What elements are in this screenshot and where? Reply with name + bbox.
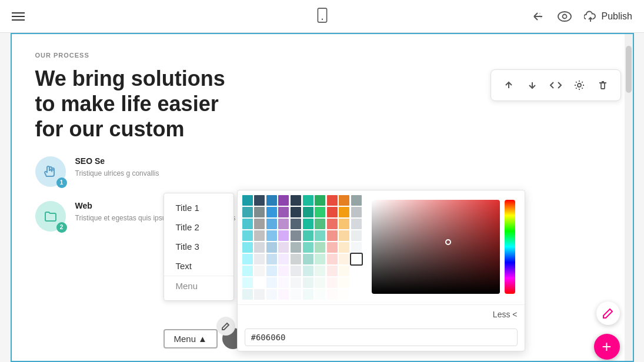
- edit-pencil-overlay[interactable]: [216, 317, 235, 336]
- dropdown-title1[interactable]: Title 1: [164, 198, 233, 217]
- color-swatch[interactable]: [303, 277, 313, 288]
- color-swatch[interactable]: [266, 266, 277, 276]
- color-swatch[interactable]: [266, 195, 277, 206]
- color-swatch[interactable]: [291, 207, 301, 217]
- color-swatch[interactable]: [303, 254, 313, 264]
- color-swatch[interactable]: [339, 195, 349, 206]
- color-swatch[interactable]: [327, 219, 338, 229]
- gradient-picker[interactable]: [372, 200, 500, 294]
- color-swatch[interactable]: [351, 230, 362, 241]
- color-swatch[interactable]: [291, 195, 301, 206]
- color-swatch[interactable]: [254, 195, 265, 206]
- color-swatch[interactable]: [242, 266, 253, 276]
- color-swatch[interactable]: [351, 254, 362, 264]
- color-swatch[interactable]: [315, 242, 325, 253]
- color-swatch[interactable]: [266, 219, 277, 229]
- preview-button[interactable]: [557, 11, 572, 22]
- color-swatch[interactable]: [315, 254, 325, 264]
- color-swatch[interactable]: [266, 207, 277, 217]
- hex-input[interactable]: [245, 329, 518, 346]
- color-swatch[interactable]: [303, 195, 313, 206]
- color-swatch[interactable]: [278, 266, 289, 276]
- color-swatch[interactable]: [242, 219, 253, 229]
- color-swatch[interactable]: [242, 195, 253, 206]
- color-swatch[interactable]: [327, 242, 338, 253]
- publish-button[interactable]: Publish: [584, 11, 632, 22]
- color-swatch[interactable]: [315, 289, 325, 300]
- color-swatch[interactable]: [266, 254, 277, 264]
- color-swatch[interactable]: [339, 289, 349, 300]
- color-swatch[interactable]: [315, 207, 325, 217]
- mobile-device-icon[interactable]: [315, 8, 330, 25]
- color-swatch[interactable]: [242, 277, 253, 288]
- picker-handle[interactable]: [445, 239, 451, 245]
- add-float-button[interactable]: +: [594, 334, 620, 360]
- color-swatch[interactable]: [339, 230, 349, 241]
- color-swatch[interactable]: [242, 242, 253, 253]
- color-swatch[interactable]: [327, 277, 338, 288]
- color-swatch[interactable]: [291, 266, 301, 276]
- color-swatch[interactable]: [291, 219, 301, 229]
- color-swatch[interactable]: [315, 277, 325, 288]
- color-swatch[interactable]: [327, 266, 338, 276]
- color-swatch[interactable]: [291, 277, 301, 288]
- color-swatch[interactable]: [266, 242, 277, 253]
- dropdown-title2[interactable]: Title 2: [164, 217, 233, 237]
- color-swatch[interactable]: [278, 195, 289, 206]
- color-swatch[interactable]: [339, 254, 349, 264]
- color-swatch[interactable]: [278, 230, 289, 241]
- color-swatch[interactable]: [339, 266, 349, 276]
- color-swatch[interactable]: [278, 254, 289, 264]
- color-swatch[interactable]: [278, 289, 289, 300]
- color-swatch[interactable]: [291, 289, 301, 300]
- color-swatch[interactable]: [278, 277, 289, 288]
- color-swatch[interactable]: [291, 254, 301, 264]
- color-swatch[interactable]: [254, 266, 265, 276]
- color-swatch[interactable]: [278, 242, 289, 253]
- color-swatch[interactable]: [327, 254, 338, 264]
- menu-dropdown-button[interactable]: Menu ▲: [163, 329, 218, 348]
- color-swatch[interactable]: [339, 219, 349, 229]
- color-swatch[interactable]: [254, 207, 265, 217]
- color-swatch[interactable]: [339, 242, 349, 253]
- color-swatch[interactable]: [315, 230, 325, 241]
- color-swatch[interactable]: [303, 219, 313, 229]
- color-swatch[interactable]: [254, 219, 265, 229]
- color-swatch[interactable]: [315, 195, 325, 206]
- back-button[interactable]: [531, 9, 545, 24]
- scrollbar[interactable]: [625, 34, 633, 361]
- less-button[interactable]: Less <: [493, 310, 518, 319]
- color-swatch[interactable]: [254, 277, 265, 288]
- color-swatch[interactable]: [327, 207, 338, 217]
- color-swatch[interactable]: [242, 254, 253, 264]
- color-swatch[interactable]: [327, 289, 338, 300]
- color-swatch[interactable]: [327, 195, 338, 206]
- color-swatch[interactable]: [254, 242, 265, 253]
- color-swatch[interactable]: [351, 277, 362, 288]
- color-swatch[interactable]: [291, 230, 301, 241]
- dropdown-text[interactable]: Text: [164, 256, 233, 276]
- dropdown-menu-label[interactable]: Menu: [164, 276, 233, 296]
- color-swatch[interactable]: [291, 242, 301, 253]
- color-swatch[interactable]: [266, 289, 277, 300]
- color-swatch[interactable]: [303, 289, 313, 300]
- color-swatch[interactable]: [351, 242, 362, 253]
- color-swatch[interactable]: [339, 277, 349, 288]
- hue-bar[interactable]: [505, 200, 515, 294]
- color-swatch[interactable]: [278, 207, 289, 217]
- color-swatch[interactable]: [254, 230, 265, 241]
- scrollbar-thumb[interactable]: [626, 46, 632, 93]
- color-swatch[interactable]: [303, 266, 313, 276]
- color-swatch[interactable]: [303, 242, 313, 253]
- color-swatch[interactable]: [303, 207, 313, 217]
- dropdown-title3[interactable]: Title 3: [164, 237, 233, 256]
- color-swatch[interactable]: [254, 289, 265, 300]
- color-swatch[interactable]: [327, 230, 338, 241]
- color-swatch[interactable]: [351, 207, 362, 217]
- color-swatch[interactable]: [351, 195, 362, 206]
- color-swatch[interactable]: [254, 254, 265, 264]
- color-swatch[interactable]: [315, 266, 325, 276]
- color-swatch[interactable]: [351, 219, 362, 229]
- color-swatch[interactable]: [351, 266, 362, 276]
- color-swatch[interactable]: [278, 219, 289, 229]
